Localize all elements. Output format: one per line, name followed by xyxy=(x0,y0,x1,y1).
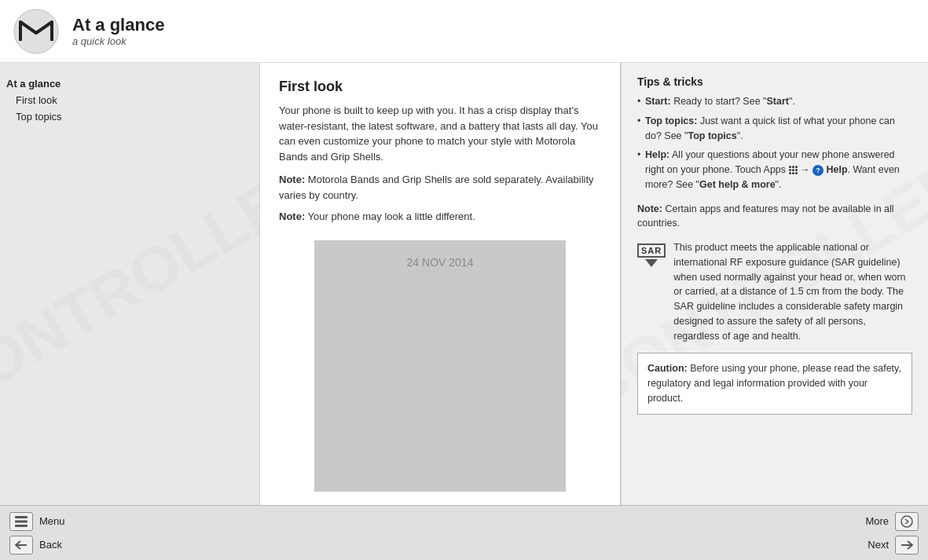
tip-help-text: All your questions about your new phone … xyxy=(645,149,900,190)
sar-arrow-icon xyxy=(645,259,658,267)
note1: Note: Motorola Bands and Grip Shells are… xyxy=(279,172,601,203)
tips-title: Tips & tricks xyxy=(637,75,912,88)
note1-text: Motorola Bands and Grip Shells are sold … xyxy=(279,174,594,201)
intro-text: Your phone is built to keep up with you.… xyxy=(279,103,601,164)
motorola-logo xyxy=(13,8,60,55)
sar-text-badge: SAR xyxy=(637,243,666,258)
next-label: Next xyxy=(867,539,889,551)
main-area: CONTROLLED At a glance First look Top to… xyxy=(0,63,928,505)
back-icon xyxy=(9,536,33,555)
section-title: First look xyxy=(279,79,601,95)
header-subtitle: a quick look xyxy=(72,35,164,47)
svg-point-4 xyxy=(901,516,912,527)
note1-label: Note: xyxy=(279,174,305,185)
header-text: At a glance a quick look xyxy=(72,15,164,47)
sidebar: CONTROLLED At a glance First look Top to… xyxy=(0,63,259,505)
note2-text: Your phone may look a little different. xyxy=(305,210,475,222)
sidebar-item-top-topics[interactable]: Top topics xyxy=(6,108,253,125)
tip-top-topics-label: Top topics: xyxy=(645,115,697,126)
right-note: Note: Certain apps and features may not … xyxy=(637,202,912,232)
tip-help: Help: All your questions about your new … xyxy=(637,148,912,192)
menu-icon xyxy=(9,512,33,531)
toolbar-left: Menu Back xyxy=(9,512,135,555)
header-title: At a glance xyxy=(72,15,164,35)
note2: Note: Your phone may look a little diffe… xyxy=(279,209,601,225)
caution-box: Caution: Before using your phone, please… xyxy=(637,353,912,414)
more-icon xyxy=(895,512,919,531)
tip-start-label: Start: xyxy=(645,96,671,107)
right-note-text: Certain apps and features may not be ava… xyxy=(637,203,894,229)
tips-list: Start: Ready to start? See "Start". Top … xyxy=(637,94,912,192)
more-button[interactable]: More xyxy=(865,512,919,531)
sidebar-nav: At a glance First look Top topics xyxy=(0,63,259,131)
next-icon xyxy=(895,536,919,555)
toolbar-right: More Next xyxy=(824,512,919,555)
menu-label: Menu xyxy=(39,515,65,527)
phone-date: 24 NOV 2014 xyxy=(407,256,474,269)
bottom-toolbar: Menu Back More xyxy=(0,505,928,560)
back-label: Back xyxy=(39,539,62,551)
tip-help-label: Help: xyxy=(645,149,669,160)
note2-label: Note: xyxy=(279,210,305,222)
svg-rect-2 xyxy=(15,520,28,522)
header: At a glance a quick look xyxy=(0,0,928,63)
back-button[interactable]: Back xyxy=(9,536,135,555)
middle-content: First look Your phone is built to keep u… xyxy=(260,63,621,505)
sidebar-item-at-a-glance[interactable]: At a glance xyxy=(6,75,253,92)
tip-start-text: Ready to start? See "Start". xyxy=(671,96,795,107)
svg-rect-1 xyxy=(15,516,28,518)
right-note-label: Note: xyxy=(637,203,662,214)
sar-text: This product meets the applicable nation… xyxy=(673,240,912,343)
sar-logo: SAR xyxy=(637,243,666,267)
phone-image: 24 NOV 2014 xyxy=(314,240,566,492)
next-button[interactable]: Next xyxy=(867,536,919,555)
svg-rect-3 xyxy=(15,525,28,527)
sidebar-item-first-look[interactable]: First look xyxy=(6,92,253,108)
menu-button[interactable]: Menu xyxy=(9,512,135,531)
caution-label: Caution: xyxy=(647,363,688,374)
tip-start: Start: Ready to start? See "Start". xyxy=(637,94,912,109)
more-label: More xyxy=(865,515,889,527)
right-content: CONTROLLED Tips & tricks Start: Ready to… xyxy=(622,63,928,505)
tip-top-topics: Top topics: Just want a quick list of wh… xyxy=(637,114,912,144)
sar-section: SAR This product meets the applicable na… xyxy=(637,240,912,343)
